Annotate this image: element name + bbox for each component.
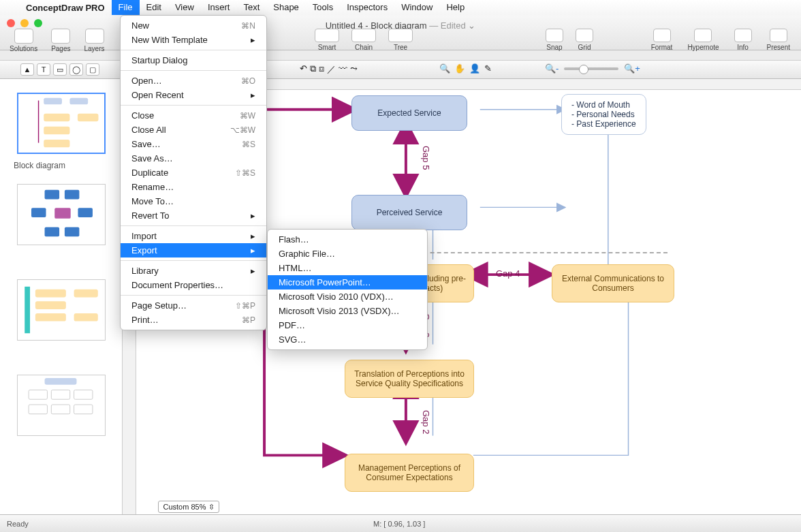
menu-item-library[interactable]: Library▸ bbox=[121, 264, 266, 278]
menu-item-open-recent[interactable]: Open Recent▸ bbox=[121, 88, 266, 102]
svg-rect-1 bbox=[69, 98, 88, 105]
menu-item-new[interactable]: New⌘N bbox=[121, 18, 266, 33]
menu-tools[interactable]: Tools bbox=[306, 0, 340, 15]
page-thumbnail-1[interactable] bbox=[17, 93, 106, 154]
menu-item-save-as[interactable]: Save As… bbox=[121, 151, 266, 166]
pages-sidebar: Block diagram bbox=[0, 79, 123, 514]
grid-button[interactable]: Grid bbox=[571, 29, 597, 51]
status-ready: Ready bbox=[7, 520, 29, 528]
menu-edit[interactable]: Edit bbox=[140, 0, 168, 15]
menubar: ConceptDraw PRO File Edit View Insert Te… bbox=[0, 0, 801, 15]
smart-button[interactable]: Smart bbox=[311, 29, 343, 51]
close-window-button[interactable] bbox=[7, 19, 15, 27]
rect-tool[interactable]: ▭ bbox=[53, 63, 67, 76]
svg-rect-8 bbox=[78, 208, 93, 217]
export-graphic[interactable]: Graphic File… bbox=[268, 247, 427, 261]
view-tools: 🔍 ✋ 👤 ✎ bbox=[439, 63, 492, 74]
page-thumbnail-4[interactable] bbox=[17, 375, 106, 436]
menu-item-save[interactable]: Save…⌘S bbox=[121, 137, 266, 151]
line-button[interactable]: ／ bbox=[327, 63, 336, 76]
menu-help[interactable]: Help bbox=[439, 0, 471, 15]
svg-rect-19 bbox=[44, 378, 76, 385]
menu-item-export[interactable]: Export▸ bbox=[121, 243, 266, 257]
format-button[interactable]: Format bbox=[647, 29, 677, 51]
eyedropper-tool[interactable]: ✎ bbox=[484, 63, 492, 74]
box-expected-service[interactable]: Expected Service bbox=[351, 95, 467, 131]
menu-item-close-all[interactable]: Close All⌥⌘W bbox=[121, 123, 266, 137]
zoom-slider[interactable] bbox=[564, 67, 618, 70]
box-perceived-service[interactable]: Perceived Service bbox=[351, 195, 467, 230]
zoom-out-button[interactable]: 🔍- bbox=[545, 63, 559, 74]
box-management[interactable]: Management Perceptions of Consumer Expec… bbox=[345, 454, 474, 492]
menu-view[interactable]: View bbox=[168, 0, 201, 15]
export-visio-2013[interactable]: Microsoft Visio 2013 (VSDX)… bbox=[268, 304, 427, 318]
zoom-in-button[interactable]: 🔍+ bbox=[624, 63, 640, 74]
menu-item-doc-props[interactable]: Document Properties… bbox=[121, 278, 266, 292]
notes-box[interactable]: - Word of Mouth - Personal Needs - Past … bbox=[561, 94, 646, 135]
export-flash[interactable]: Flash… bbox=[268, 232, 427, 247]
info-button[interactable]: Info bbox=[730, 29, 756, 51]
menu-text[interactable]: Text bbox=[236, 0, 266, 15]
menu-item-move-to[interactable]: Move To… bbox=[121, 194, 266, 208]
menu-window[interactable]: Window bbox=[394, 0, 439, 15]
text-tool[interactable]: T bbox=[37, 63, 50, 76]
box-external-comm[interactable]: External Communications to Consumers bbox=[552, 264, 674, 302]
hypernote-button[interactable]: Hypernote bbox=[683, 29, 723, 51]
stamp-tool[interactable]: 👤 bbox=[469, 63, 480, 74]
pointer-tool[interactable]: ▲ bbox=[20, 63, 34, 76]
undo-button[interactable]: ↶ bbox=[300, 63, 307, 76]
page-thumbnail-3[interactable] bbox=[17, 279, 106, 341]
pan-tool[interactable]: ✋ bbox=[454, 63, 465, 74]
menu-item-close[interactable]: Close⌘W bbox=[121, 108, 266, 123]
zoom-window-button[interactable] bbox=[34, 19, 42, 27]
connector-button[interactable]: ⤳ bbox=[350, 63, 358, 76]
chain-button[interactable]: Chain bbox=[347, 29, 380, 51]
curve-button[interactable]: 〰 bbox=[339, 63, 347, 76]
ellipse-tool[interactable]: ◯ bbox=[69, 63, 83, 76]
menu-item-page-setup[interactable]: Page Setup…⇧⌘P bbox=[121, 298, 266, 313]
svg-rect-25 bbox=[74, 405, 92, 414]
pages-button[interactable]: Pages bbox=[47, 29, 74, 52]
roundrect-tool[interactable]: ▢ bbox=[86, 63, 99, 76]
svg-rect-22 bbox=[74, 390, 92, 400]
menu-item-import[interactable]: Import▸ bbox=[121, 229, 266, 243]
export-powerpoint[interactable]: Microsoft PowerPoint… bbox=[268, 275, 427, 290]
menu-item-new-template[interactable]: New With Template▸ bbox=[121, 33, 266, 47]
svg-rect-2 bbox=[44, 114, 69, 121]
svg-rect-12 bbox=[64, 228, 79, 237]
menu-item-rename[interactable]: Rename… bbox=[121, 180, 266, 194]
group-button[interactable]: ⧉ bbox=[310, 63, 316, 76]
export-pdf[interactable]: PDF… bbox=[268, 318, 427, 332]
right-toolbar: Format Hypernote Info Present bbox=[647, 29, 794, 51]
svg-rect-4 bbox=[44, 127, 69, 134]
export-visio-2010[interactable]: Microsoft Visio 2010 (VDX)… bbox=[268, 290, 427, 304]
solutions-button[interactable]: Solutions bbox=[5, 29, 42, 52]
zoom-tool[interactable]: 🔍 bbox=[439, 63, 450, 74]
menu-item-duplicate[interactable]: Duplicate⇧⌘S bbox=[121, 166, 266, 180]
app-name: ConceptDraw PRO bbox=[19, 3, 112, 13]
menu-item-revert-to[interactable]: Revert To▸ bbox=[121, 208, 266, 223]
menu-item-open[interactable]: Open…⌘O bbox=[121, 74, 266, 88]
status-bar: Ready M: [ 0.96, 1.03 ] bbox=[0, 514, 801, 532]
present-button[interactable]: Present bbox=[763, 29, 794, 51]
menu-file[interactable]: File bbox=[112, 0, 140, 15]
svg-rect-18 bbox=[74, 313, 97, 322]
menu-item-startup[interactable]: Startup Dialog bbox=[121, 53, 266, 67]
label-gap4: Gap 4 bbox=[496, 268, 520, 279]
ungroup-button[interactable]: ⧈ bbox=[319, 63, 324, 76]
snap-button[interactable]: Snap bbox=[541, 29, 567, 51]
export-html[interactable]: HTML… bbox=[268, 261, 427, 275]
menu-shape[interactable]: Shape bbox=[266, 0, 306, 15]
menu-insert[interactable]: Insert bbox=[201, 0, 237, 15]
minimize-window-button[interactable] bbox=[20, 19, 29, 27]
menu-inspectors[interactable]: Inspectors bbox=[340, 0, 394, 15]
zoom-combo[interactable]: Custom 85% ⇳ bbox=[158, 501, 219, 513]
tree-button[interactable]: Tree bbox=[384, 29, 417, 51]
page-thumbnail-2[interactable] bbox=[17, 184, 106, 245]
export-svg[interactable]: SVG… bbox=[268, 332, 427, 347]
pages-icon bbox=[51, 29, 70, 44]
solutions-icon bbox=[14, 29, 33, 44]
menu-item-print[interactable]: Print…⌘P bbox=[121, 313, 266, 327]
box-translation[interactable]: Translation of Perceptions into Service … bbox=[345, 360, 474, 398]
layers-button[interactable]: Layers bbox=[80, 29, 109, 52]
